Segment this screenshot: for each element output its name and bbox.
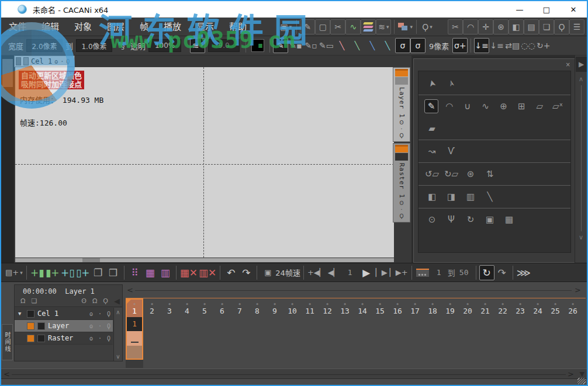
- frame-number-22[interactable]: ⋄22: [494, 298, 511, 317]
- close-button[interactable]: ✕: [560, 1, 587, 18]
- stroke-group-icon[interactable]: ◌◌: [520, 38, 535, 53]
- lamp-icon[interactable]: Ϙ: [554, 19, 569, 34]
- timeline-row-cel[interactable]: ▼ Cel 1 ʘ · Ϙ: [15, 308, 113, 320]
- timeline-vertical-tab[interactable]: 时间线: [2, 324, 13, 360]
- tool-stroke-thin-icon[interactable]: ↻▱: [444, 167, 459, 181]
- timeline-vertical-scrollbar[interactable]: ∧ ∨: [113, 308, 122, 361]
- breakdown-cel-icon[interactable]: ▦: [143, 265, 158, 280]
- pressure-wave-icon[interactable]: ≋▾: [190, 38, 205, 53]
- stroke-color-swatch[interactable]: [251, 39, 264, 52]
- pencil-cyan-icon[interactable]: ╲: [380, 38, 395, 53]
- frame-number-13[interactable]: ⋄13: [336, 298, 354, 317]
- scroll-down-icon[interactable]: ∨: [116, 353, 120, 360]
- add-cel-before-icon[interactable]: +▮: [30, 265, 45, 280]
- pen-mode-1-icon[interactable]: ✎: [273, 38, 288, 53]
- stroke-swap-icon[interactable]: ⇄▤: [504, 38, 520, 53]
- new-cel-icon[interactable]: ▤+▾: [5, 265, 23, 280]
- range-start-input[interactable]: 1: [430, 268, 448, 277]
- pencil-pink-icon[interactable]: ╲: [334, 38, 350, 53]
- frame-number-3[interactable]: ⋄3: [161, 298, 178, 317]
- frame-number-19[interactable]: ⋄19: [441, 298, 459, 317]
- scroll-right-icon[interactable]: >: [575, 286, 581, 294]
- timeline-horizontal-scrollbar[interactable]: < > ▼: [1, 368, 587, 379]
- layer-stack-icon[interactable]: ☰: [569, 19, 584, 34]
- menu-item-2[interactable]: 对象: [67, 18, 99, 36]
- frame-number-5[interactable]: ⋄5: [196, 298, 213, 317]
- tool-camera-view-icon[interactable]: ▣: [482, 213, 497, 227]
- tool-preview-icon[interactable]: ▦: [501, 213, 517, 227]
- bulb-icon[interactable]: Ϙ: [107, 323, 110, 329]
- tool-freehand-pen-icon[interactable]: ∿: [479, 99, 493, 113]
- duplicate-pages-icon[interactable]: ❏: [539, 19, 554, 34]
- pencil-blue-icon[interactable]: ╲: [365, 38, 380, 53]
- tool-group-select-icon[interactable]: ➢: [444, 76, 459, 91]
- frame-number-20[interactable]: ⋄20: [459, 298, 476, 317]
- frame-number-7[interactable]: ⋄7: [231, 298, 248, 317]
- duplicate-cel-icon[interactable]: ❐: [91, 265, 106, 280]
- tool-eraser-icon[interactable]: ▱: [532, 99, 547, 113]
- prev-frame-icon[interactable]: ◀▏: [326, 265, 341, 280]
- menu-item-4[interactable]: 帧: [132, 18, 156, 36]
- eye-icon[interactable]: ʘ: [54, 58, 58, 65]
- pen-mode-4-icon[interactable]: ✎▭: [319, 38, 334, 53]
- tool-select-icon[interactable]: ➤: [424, 76, 440, 91]
- scroll-left-icon[interactable]: <: [127, 286, 133, 294]
- scroll-left-icon[interactable]: <: [4, 370, 10, 378]
- tool-eraser-stroke-icon[interactable]: ▱ˣ: [551, 99, 565, 113]
- drawing-canvas[interactable]: 自动更新区域颜色 吸附同时加连接点 内存使用： 194.93 MB 帧速:126…: [15, 67, 394, 258]
- eye-icon[interactable]: ʘ: [89, 335, 93, 342]
- tool-pan-icon[interactable]: Ψ: [444, 213, 459, 227]
- tool-add-circle-icon[interactable]: ⊕: [497, 99, 511, 113]
- current-frame-display[interactable]: 1: [341, 268, 359, 277]
- tool-stroke-smooth-icon[interactable]: ↺▱: [424, 167, 440, 181]
- bulb-icon[interactable]: Ϙ: [399, 213, 403, 220]
- stroke-order-up-icon[interactable]: ↓≡: [489, 38, 504, 53]
- tool-rotate-view-icon[interactable]: ↻: [463, 213, 478, 227]
- menu-item-7[interactable]: 帮助: [222, 18, 254, 36]
- tool-fill-area-icon[interactable]: ◧: [424, 190, 440, 204]
- frame-number-9[interactable]: ⋄9: [266, 298, 283, 317]
- eye-icon[interactable]: ʘ: [399, 120, 403, 126]
- scroll-track[interactable]: [135, 290, 572, 291]
- scrollbar-thumb[interactable]: [82, 258, 100, 262]
- add-frame-after-icon[interactable]: ▯+: [75, 265, 91, 280]
- frame-number-12[interactable]: ⋄12: [319, 298, 336, 317]
- frame-number-26[interactable]: ⋄26: [564, 298, 582, 317]
- link-width-icon[interactable]: §: [115, 38, 130, 53]
- breakdown-dots-icon[interactable]: ⠿: [127, 265, 143, 280]
- delete-cel-icon[interactable]: ▦✕: [179, 265, 198, 280]
- menu-item-0[interactable]: 文件: [1, 18, 34, 36]
- layer-tab-layer1[interactable]: Layer 1 ʘ · Ϙ: [393, 67, 410, 142]
- knife-icon[interactable]: ✂: [448, 19, 463, 34]
- bulb-icon[interactable]: Ϙ: [107, 335, 110, 342]
- scroll-right-icon[interactable]: >: [568, 370, 574, 378]
- lasso-poly-icon[interactable]: σ: [410, 38, 426, 53]
- light-table-icon[interactable]: Ϙ▾: [420, 19, 435, 34]
- collapsed-panel-handle[interactable]: [2, 59, 13, 87]
- frame-number-15[interactable]: ⋄15: [371, 298, 389, 317]
- pen-settings-icon[interactable]: ✎: [300, 19, 315, 34]
- tool-stroke-reshape-icon[interactable]: ↝: [424, 144, 440, 158]
- tool-vertex-edit-icon[interactable]: Ѵ: [444, 144, 459, 158]
- arc-tool-icon[interactable]: ◠: [463, 19, 478, 34]
- tool-fill-gradient-icon[interactable]: ▥: [463, 190, 478, 204]
- frame-number-11[interactable]: ⋄11: [301, 298, 319, 317]
- playback-range-icon[interactable]: [415, 265, 430, 280]
- fill-bucket-icon[interactable]: ◧: [509, 19, 524, 34]
- loop-playback-icon[interactable]: ↻: [479, 265, 494, 280]
- frame-number-14[interactable]: ⋄14: [354, 298, 371, 317]
- frame-number-1[interactable]: ⋄1: [126, 298, 143, 317]
- frame-number-4[interactable]: ⋄4: [178, 298, 196, 317]
- eye-icon[interactable]: ʘ: [399, 200, 403, 207]
- maximize-button[interactable]: □: [533, 1, 560, 18]
- measure-icon[interactable]: ▤: [524, 19, 539, 34]
- frame-number-18[interactable]: ⋄18: [424, 298, 441, 317]
- view-camera-icon[interactable]: ▣▾: [278, 19, 293, 34]
- pressure-input[interactable]: 9.0: [208, 39, 240, 52]
- resize-grip[interactable]: [577, 378, 586, 384]
- palette-icon[interactable]: ⊛: [493, 19, 509, 34]
- frame-number-23[interactable]: ⋄23: [511, 298, 529, 317]
- prev-keyframe-icon[interactable]: +◀▏: [307, 265, 326, 280]
- scroll-down-icon[interactable]: ∨: [575, 234, 587, 241]
- scrollbar-track[interactable]: [581, 85, 582, 231]
